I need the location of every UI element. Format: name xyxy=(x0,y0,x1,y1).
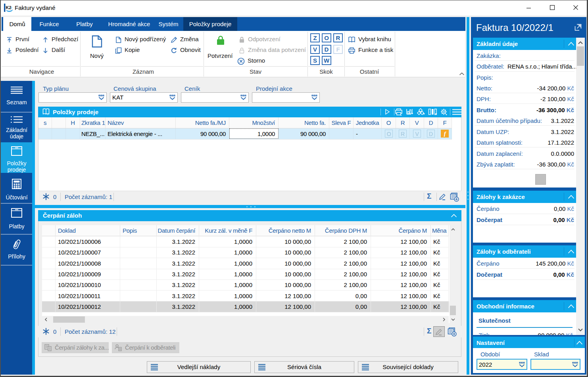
svg-text:K2: K2 xyxy=(6,5,12,10)
